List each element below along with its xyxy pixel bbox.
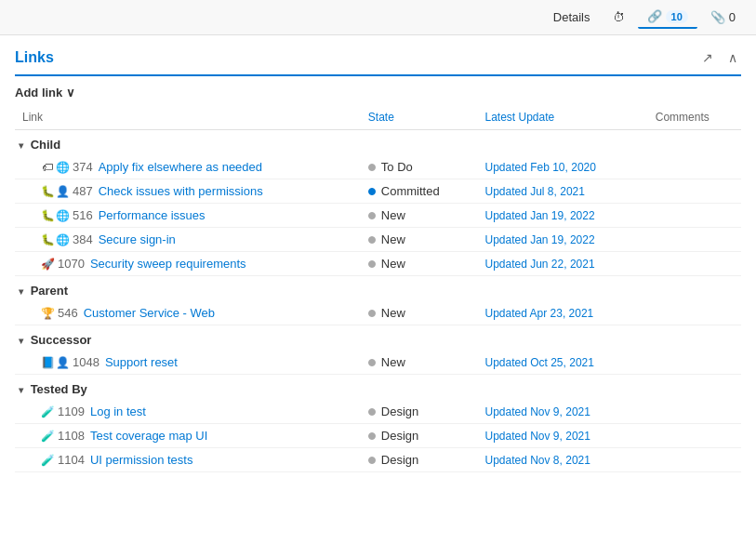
group-row: ▾ Parent <box>15 276 741 302</box>
details-tab[interactable]: Details <box>544 7 600 28</box>
item-type-icon: 🧪 <box>41 405 54 418</box>
state-cell: Design <box>361 448 478 472</box>
link-cell: 🏆 546 Customer Service - Web <box>15 301 361 325</box>
group-label: Parent <box>31 284 68 298</box>
link-cell: 🚀 1070 Security sweep requirements <box>15 252 361 276</box>
state-cell: Committed <box>361 179 478 204</box>
item-id: 516 <box>73 208 93 222</box>
history-tab[interactable]: ⏱ <box>603 7 634 28</box>
add-link-row: Add link ∨ <box>15 76 741 105</box>
link-cell: 🐛🌐 516 Performance issues <box>15 204 361 228</box>
item-link[interactable]: Customer Service - Web <box>84 306 215 320</box>
item-type-icon: 📘 <box>41 356 54 369</box>
item-id: 1048 <box>73 355 99 369</box>
comments-cell <box>648 301 741 325</box>
attachments-tab[interactable]: 📎 0 <box>701 7 745 28</box>
comments-cell <box>648 155 741 179</box>
collapse-icon[interactable]: ∧ <box>724 48 741 67</box>
state-label: New <box>381 257 405 271</box>
item-id: 487 <box>73 184 93 198</box>
state-dot <box>368 408 376 416</box>
link-cell: 📘👤 1048 Support reset <box>15 351 361 375</box>
update-cell: Updated Feb 10, 2020 <box>477 155 647 179</box>
comments-cell <box>648 179 741 204</box>
state-label: Design <box>381 429 418 443</box>
item-link[interactable]: UI permission tests <box>90 453 193 467</box>
state-label: New <box>381 232 405 246</box>
comments-cell <box>648 252 741 276</box>
col-header-state: State <box>361 105 478 130</box>
group-row: ▾ Tested By <box>15 375 741 401</box>
update-cell: Updated Nov 9, 2021 <box>477 424 647 448</box>
item-link[interactable]: Secure sign-in <box>99 232 176 246</box>
links-header-actions: ↗ ∧ <box>698 48 741 67</box>
item-link[interactable]: Support reset <box>105 355 178 369</box>
item-type-icon: 🧪 <box>41 430 54 443</box>
group-label: Tested By <box>31 382 87 396</box>
group-chevron-icon[interactable]: ▾ <box>19 140 23 151</box>
item-link[interactable]: Apply fix elsewhere as needed <box>99 160 262 174</box>
item-id: 1070 <box>58 257 85 271</box>
group-chevron-icon[interactable]: ▾ <box>19 336 23 346</box>
update-cell: Updated Jun 22, 2021 <box>477 252 647 276</box>
state-dot <box>368 212 376 219</box>
add-link-button[interactable]: Add link ∨ <box>15 86 75 99</box>
item-type-icon: 🌐 <box>56 161 69 174</box>
group-row: ▾ Successor <box>15 325 741 351</box>
expand-icon[interactable]: ↗ <box>698 48 717 67</box>
item-type-icon: 🏷 <box>41 161 54 174</box>
update-cell: Updated Jan 19, 2022 <box>477 228 647 252</box>
table-row: 🚀 1070 Security sweep requirements New U… <box>15 252 741 276</box>
item-id: 384 <box>73 232 93 246</box>
col-header-comments: Comments <box>648 105 741 130</box>
group-chevron-icon[interactable]: ▾ <box>19 385 23 395</box>
comments-cell <box>648 400 741 424</box>
state-label: New <box>381 208 405 222</box>
item-link[interactable]: Check issues with permissions <box>99 184 263 198</box>
table-row: 🧪 1109 Log in test Design Updated Nov 9,… <box>15 400 741 424</box>
table-row: 🐛🌐 384 Secure sign-in New Updated Jan 19… <box>15 228 741 252</box>
item-type-icon: 🧪 <box>41 454 54 467</box>
chevron-down-icon: ∨ <box>66 86 75 99</box>
link-cell: 🐛🌐 384 Secure sign-in <box>15 228 361 252</box>
state-dot <box>368 236 376 244</box>
state-dot <box>368 457 376 464</box>
item-type-icon: 👤 <box>56 356 69 369</box>
item-link[interactable]: Performance issues <box>99 208 206 222</box>
item-id: 374 <box>73 160 93 174</box>
attachment-icon: 📎 <box>710 10 725 24</box>
item-type-icon: 👤 <box>56 185 69 198</box>
item-link[interactable]: Security sweep requirements <box>90 257 246 271</box>
links-icon: 🔗 <box>647 9 662 23</box>
item-id: 1104 <box>58 453 85 467</box>
item-link[interactable]: Log in test <box>90 404 146 418</box>
update-cell: Updated Jan 19, 2022 <box>477 204 647 228</box>
item-type-icon: 🌐 <box>56 233 69 246</box>
col-header-link: Link <box>15 105 361 130</box>
table-row: 🐛🌐 516 Performance issues New Updated Ja… <box>15 204 741 228</box>
links-tab[interactable]: 🔗 10 <box>638 6 697 29</box>
state-cell: New <box>361 351 478 375</box>
state-dot <box>368 260 376 268</box>
item-type-icon: 🐛 <box>41 209 54 222</box>
state-cell: New <box>361 301 478 325</box>
state-cell: Design <box>361 400 478 424</box>
item-type-icon: 🚀 <box>41 258 54 271</box>
item-link[interactable]: Test coverage map UI <box>90 429 207 443</box>
update-cell: Updated Oct 25, 2021 <box>477 351 647 375</box>
links-section-header: Links ↗ ∧ <box>15 35 741 76</box>
group-chevron-icon[interactable]: ▾ <box>19 286 23 297</box>
state-label: New <box>381 306 405 320</box>
link-cell: 🐛👤 487 Check issues with permissions <box>15 179 361 204</box>
table-row: 🏆 546 Customer Service - Web New Updated… <box>15 301 741 325</box>
link-cell: 🧪 1109 Log in test <box>15 400 361 424</box>
state-cell: To Do <box>361 155 478 179</box>
state-label: Design <box>381 404 418 418</box>
table-row: 🧪 1104 UI permission tests Design Update… <box>15 448 741 472</box>
item-type-icon: 🌐 <box>56 209 69 222</box>
item-type-icon: 🐛 <box>41 233 54 246</box>
state-cell: Design <box>361 424 478 448</box>
update-cell: Updated Apr 23, 2021 <box>477 301 647 325</box>
col-header-update: Latest Update <box>477 105 647 130</box>
links-title: Links <box>15 49 54 66</box>
